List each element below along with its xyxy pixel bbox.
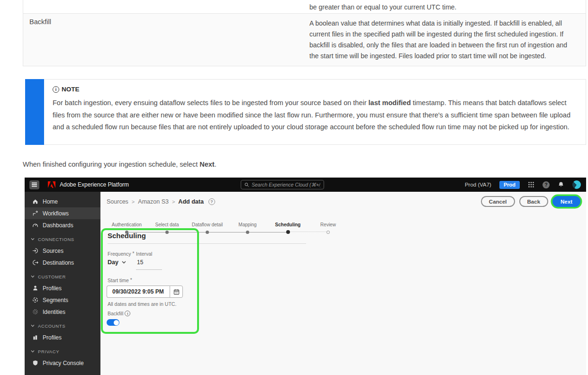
frequency-label: Frequency *: [108, 251, 134, 257]
wizard-main-panel: Sources > Amazon S3 > Add data ? Cancel …: [100, 192, 586, 375]
chevron-down-icon: [31, 238, 35, 241]
step-dot: [326, 231, 330, 234]
next-button[interactable]: Next: [552, 196, 580, 207]
chevron-down-icon: [31, 350, 35, 353]
sidebar-item-label: Segments: [43, 297, 68, 304]
org-label: Prod (VA7): [465, 182, 491, 188]
table-row: be greater than or equal to your current…: [23, 0, 586, 14]
step-mapping[interactable]: Mapping: [227, 222, 268, 236]
help-icon[interactable]: ?: [543, 181, 550, 188]
start-time-field: [107, 286, 183, 298]
backfill-toggle[interactable]: [107, 319, 119, 326]
note-content: i NOTE For batch ingestion, every ensuin…: [44, 79, 586, 145]
frequency-value: Day: [108, 259, 118, 266]
sidebar-item-privacy-console[interactable]: Privacy Console: [25, 357, 100, 369]
note-title-text: NOTE: [62, 86, 80, 93]
note-callout: i NOTE For batch ingestion, every ensuin…: [25, 79, 586, 145]
step-dot: [125, 231, 128, 234]
sidebar-section-label: ACCOUNTS: [38, 323, 65, 329]
chevron-down-icon: [31, 275, 35, 278]
sidebar-item-account-profiles[interactable]: Profiles: [25, 331, 100, 343]
interval-input[interactable]: 15: [137, 259, 143, 266]
chevron-down-icon: [122, 261, 126, 264]
search-icon: [244, 182, 249, 188]
table-cell-description: be greater than or equal to your current…: [309, 0, 586, 13]
sidebar-item-label: Privacy Console: [43, 360, 84, 366]
sidebar-item-sources[interactable]: Sources: [25, 245, 100, 257]
home-icon: [32, 198, 38, 205]
sidebar-section-privacy[interactable]: PRIVACY: [25, 346, 100, 357]
page-help-icon[interactable]: ?: [208, 198, 215, 205]
calendar-icon: [173, 289, 180, 295]
interval-underline: [136, 269, 162, 270]
form-divider: [108, 243, 306, 244]
sidebar-item-identities[interactable]: Identities: [25, 306, 100, 318]
app-sidebar: Home Workflows Dashboards CONNECTIONS So…: [25, 192, 100, 375]
adobe-logo-icon: [48, 181, 55, 188]
breadcrumb-sources[interactable]: Sources: [107, 198, 128, 205]
sidebar-item-workflows[interactable]: Workflows: [25, 207, 100, 219]
step-scheduling[interactable]: Scheduling: [268, 222, 308, 236]
sidebar-item-label: Dashboards: [43, 222, 73, 229]
step-select-data[interactable]: Select data: [147, 222, 187, 236]
sidebar-section-customer[interactable]: CUSTOMER: [25, 271, 100, 282]
sidebar-item-destinations[interactable]: Destinations: [25, 257, 100, 268]
hamburger-icon: [32, 184, 37, 185]
note-body-text: For batch ingestion, every ensuing dataf…: [53, 99, 369, 107]
sidebar-item-profiles[interactable]: Profiles: [25, 282, 100, 294]
frequency-dropdown[interactable]: Day: [108, 259, 126, 266]
top-bar-right-cluster: Prod (VA7) Prod ?: [465, 178, 581, 192]
info-icon: i: [125, 311, 130, 316]
notifications-bell-icon[interactable]: [558, 181, 564, 188]
step-dataflow-detail[interactable]: Dataflow detail: [187, 222, 227, 236]
sidebar-section-connections[interactable]: CONNECTIONS: [25, 233, 100, 245]
cancel-button[interactable]: Cancel: [481, 196, 515, 207]
note-accent-bar: [25, 79, 44, 145]
breadcrumb-amazon-s3[interactable]: Amazon S3: [138, 198, 169, 205]
sidebar-item-label: Profiles: [43, 285, 62, 292]
table-row: Backfill A boolean value that determines…: [23, 14, 586, 66]
search-input[interactable]: [252, 182, 320, 188]
app-top-bar: Adobe Experience Platform Prod (VA7) Pro…: [25, 178, 586, 192]
sidebar-item-label: Profiles: [43, 334, 62, 341]
interval-label: Interval: [136, 251, 152, 257]
step-dot: [286, 230, 290, 234]
breadcrumb-separator: >: [132, 199, 135, 205]
chevron-down-icon: [31, 324, 35, 327]
sidebar-section-accounts[interactable]: ACCOUNTS: [25, 320, 100, 331]
step-review[interactable]: Review: [308, 222, 348, 236]
note-body: For batch ingestion, every ensuing dataf…: [53, 97, 574, 134]
shield-icon: [32, 360, 38, 366]
sidebar-item-label: Workflows: [43, 210, 69, 217]
utc-note: All dates and times are in UTC.: [108, 301, 176, 307]
step-dot: [165, 231, 169, 234]
segments-icon: [32, 297, 38, 304]
dashboards-icon: [32, 222, 38, 229]
hamburger-menu-button[interactable]: [29, 180, 39, 189]
sidebar-item-dashboards[interactable]: Dashboards: [25, 219, 100, 231]
sidebar-section-label: CUSTOMER: [38, 274, 66, 279]
start-time-input[interactable]: [107, 286, 170, 298]
sidebar-item-label: Identities: [43, 309, 65, 315]
app-switcher-grid-icon[interactable]: [528, 181, 534, 188]
sources-icon: [32, 248, 38, 254]
paragraph-text: When finished configuring your ingestion…: [23, 161, 199, 168]
sidebar-item-segments[interactable]: Segments: [25, 294, 100, 306]
parameters-table: be greater than or equal to your current…: [23, 0, 586, 66]
person-icon: [32, 285, 38, 292]
backfill-label: Backfill: [108, 311, 123, 316]
instruction-paragraph: When finished configuring your ingestion…: [23, 161, 217, 168]
table-cell-description: A boolean value that determines what dat…: [309, 14, 586, 66]
back-button[interactable]: Back: [519, 196, 549, 207]
sidebar-item-home[interactable]: Home: [25, 196, 100, 207]
wizard-actions: Cancel Back Next: [481, 196, 580, 207]
step-dot: [206, 231, 209, 234]
global-search[interactable]: [241, 180, 324, 189]
calendar-button[interactable]: [170, 286, 183, 298]
platform-screenshot: Adobe Experience Platform Prod (VA7) Pro…: [25, 178, 586, 375]
environment-badge[interactable]: Prod: [499, 181, 520, 189]
workflows-icon: [32, 210, 38, 217]
backfill-label-row: Backfill i: [108, 311, 130, 316]
sidebar-item-label: Home: [43, 198, 58, 205]
user-avatar[interactable]: [572, 180, 581, 189]
